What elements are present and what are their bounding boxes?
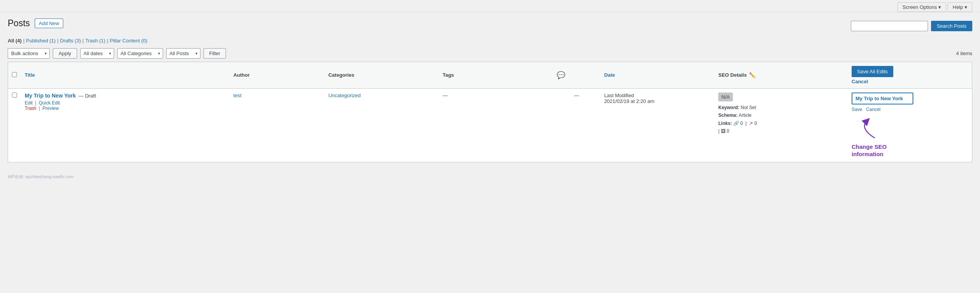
screen-options-label: Screen Options [903, 4, 937, 10]
categories-select[interactable]: All Categories [117, 48, 163, 59]
top-bar-right: Screen Options ▾ Help ▾ [897, 2, 972, 12]
filter-published[interactable]: Published (1) [26, 38, 56, 44]
row-cancel-link[interactable]: Cancel [866, 107, 880, 112]
dates-select[interactable]: All dates [80, 48, 114, 59]
save-cancel-row: Save Cancel [852, 107, 968, 112]
add-new-button[interactable]: Add New [35, 19, 64, 28]
main-content: Posts Add New Search Posts All (4) | Pub… [0, 12, 980, 170]
internal-link-icon: 🔗 [733, 121, 739, 126]
filter-button[interactable]: Filter [204, 48, 226, 59]
author-link[interactable]: test [233, 93, 241, 98]
th-checkbox [8, 62, 21, 88]
th-tags: Tags [439, 62, 552, 88]
th-author: Author [229, 62, 325, 88]
header-search-row: Posts Add New Search Posts [8, 18, 972, 35]
seo-details-label: SEO Details [718, 72, 747, 78]
top-bar: Screen Options ▾ Help ▾ [0, 0, 980, 12]
search-input[interactable] [851, 21, 928, 31]
footer-credit: WP站长: wpzhanzhang.eastfu.com [8, 174, 74, 179]
filter-pillar[interactable]: Pillar Content (0) [110, 38, 148, 44]
row-edit-cell: My Trip to New York Save Cancel [848, 88, 972, 162]
help-chevron: ▾ [965, 4, 967, 10]
comment-icon: 💬 [557, 71, 565, 79]
screen-options-button[interactable]: Screen Options ▾ [897, 2, 946, 12]
bulk-actions-wrapper: Bulk actions ▾ [8, 48, 50, 59]
row-actions: Edit | Quick Edit Trash | Preview [25, 100, 226, 111]
search-bar: Search Posts [851, 21, 972, 31]
page-title: Posts [8, 18, 30, 29]
th-comments: 💬 [553, 62, 601, 88]
filter-trash[interactable]: Trash (1) [85, 38, 105, 44]
filter-drafts[interactable]: Drafts (3) [60, 38, 81, 44]
seo-badge: N/A [718, 93, 733, 101]
edit-title-box: My Trip to New York [852, 93, 913, 104]
row-categories-cell: Uncategorized [325, 88, 439, 162]
save-all-edits-button[interactable]: Save All Edits [852, 66, 893, 77]
seo-schema: Schema: Article [718, 111, 844, 119]
annotation-area: Change SEO information [852, 117, 968, 158]
image-link-icon: 🖼 [721, 128, 726, 134]
row-date-cell: Last Modified 2021/02/19 at 2:20 am [600, 88, 714, 162]
row-checkbox-cell [8, 88, 21, 162]
row-author-cell: test [229, 88, 325, 162]
page-header: Posts Add New [8, 18, 63, 29]
post-title-link[interactable]: My Trip to New York [25, 93, 77, 99]
posts-type-select[interactable]: All Posts [166, 48, 200, 59]
bulk-actions-select[interactable]: Bulk actions [8, 48, 50, 59]
table-nav: Bulk actions ▾ Apply All dates ▾ All Cat… [8, 48, 972, 59]
arrow-svg [852, 117, 882, 140]
th-title: Title [21, 62, 229, 88]
th-seo: SEO Details ✏️ [714, 62, 848, 88]
th-edit-actions: Save All Edits Cancel [848, 62, 972, 88]
row-checkbox[interactable] [12, 93, 17, 98]
seo-details-text: Keyword: Not Set Schema: Article Links: … [718, 104, 844, 135]
trash-link[interactable]: Trash [25, 106, 36, 111]
row-save-link[interactable]: Save [852, 107, 862, 112]
quick-edit-link[interactable]: Quick Edit [39, 100, 60, 106]
th-date: Date [600, 62, 714, 88]
category-link[interactable]: Uncategorized [328, 93, 361, 98]
post-filter-nav: All (4) | Published (1) | Drafts (3) | T… [8, 38, 972, 44]
post-status: — Draft [77, 93, 96, 99]
filter-all[interactable]: All (4) [8, 38, 22, 44]
apply-button[interactable]: Apply [53, 48, 77, 59]
seo-col-header: SEO Details ✏️ [718, 72, 844, 78]
edit-seo-icon[interactable]: ✏️ [749, 72, 756, 78]
row-comments-cell: — [553, 88, 601, 162]
row-tags-cell: — [439, 88, 552, 162]
date-label: Last Modified [604, 93, 634, 98]
items-count: 4 items [956, 51, 972, 56]
row-title-cell: My Trip to New York — Draft Edit | Quick… [21, 88, 229, 162]
th-categories: Categories [325, 62, 439, 88]
search-posts-button[interactable]: Search Posts [931, 21, 972, 31]
seo-keyword: Keyword: Not Set [718, 104, 844, 111]
th-title-link[interactable]: Title [25, 72, 35, 78]
help-label: Help [953, 4, 963, 10]
screen-options-chevron: ▾ [938, 4, 941, 10]
table-header-row: Title Author Categories Tags 💬 Date SEO … [8, 62, 972, 88]
row-seo-cell: N/A Keyword: Not Set Schema: Article Lin… [714, 88, 848, 162]
preview-link[interactable]: Preview [42, 106, 59, 111]
posts-type-wrapper: All Posts ▾ [166, 48, 200, 59]
categories-wrapper: All Categories ▾ [117, 48, 163, 59]
tablenav-left: Bulk actions ▾ Apply All dates ▾ All Cat… [8, 48, 226, 59]
table-row: My Trip to New York — Draft Edit | Quick… [8, 88, 972, 162]
edit-link[interactable]: Edit [25, 100, 33, 106]
posts-table: Title Author Categories Tags 💬 Date SEO … [8, 62, 972, 162]
change-seo-annotation: Change SEO information [852, 143, 968, 158]
th-date-link[interactable]: Date [604, 72, 615, 78]
help-button[interactable]: Help ▾ [948, 2, 972, 12]
seo-links: Links: 🔗 0 | ↗ 0 | 🖼 0 [718, 120, 844, 135]
external-link-icon: ↗ [749, 121, 753, 126]
footer: WP站长: wpzhanzhang.eastfu.com [0, 170, 980, 184]
cancel-all-link[interactable]: Cancel [852, 79, 868, 84]
dates-wrapper: All dates ▾ [80, 48, 114, 59]
date-value: 2021/02/19 at 2:20 am [604, 98, 654, 104]
select-all-checkbox[interactable] [12, 72, 17, 77]
